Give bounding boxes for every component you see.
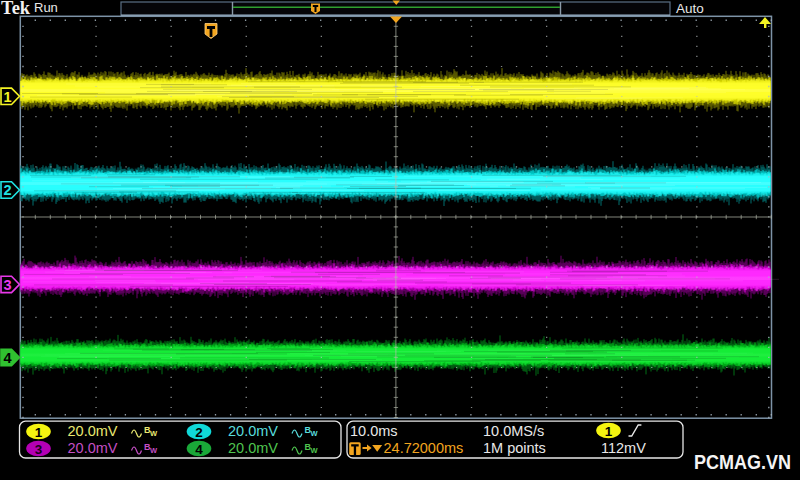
svg-text:2: 2 bbox=[195, 425, 203, 440]
svg-text:4: 4 bbox=[195, 442, 203, 457]
svg-text:112mV: 112mV bbox=[601, 440, 646, 456]
svg-text:W: W bbox=[311, 446, 319, 455]
svg-text:3: 3 bbox=[35, 442, 43, 457]
svg-text:W: W bbox=[311, 429, 319, 438]
svg-text:3: 3 bbox=[3, 277, 11, 293]
svg-text:20.0mV: 20.0mV bbox=[228, 423, 278, 439]
svg-text:PCMAG.VN: PCMAG.VN bbox=[694, 450, 791, 473]
svg-text:20.0mV: 20.0mV bbox=[68, 423, 118, 439]
svg-text:W: W bbox=[150, 446, 158, 455]
svg-text:10.0ms: 10.0ms bbox=[350, 423, 398, 439]
svg-text:1: 1 bbox=[3, 89, 11, 105]
svg-text:1M points: 1M points bbox=[483, 440, 546, 456]
svg-text:1: 1 bbox=[605, 424, 613, 439]
svg-text:20.0mV: 20.0mV bbox=[228, 440, 278, 456]
svg-text:1: 1 bbox=[35, 425, 43, 440]
svg-text:24.72000ms: 24.72000ms bbox=[384, 440, 464, 456]
svg-text:W: W bbox=[150, 429, 158, 438]
svg-text:10.0MS/s: 10.0MS/s bbox=[483, 423, 544, 439]
svg-text:Tek: Tek bbox=[1, 0, 31, 18]
svg-text:20.0mV: 20.0mV bbox=[68, 440, 118, 456]
svg-text:Run: Run bbox=[34, 0, 58, 15]
svg-text:2: 2 bbox=[3, 182, 11, 198]
svg-text:Auto: Auto bbox=[676, 1, 704, 16]
svg-text:4: 4 bbox=[3, 350, 11, 366]
